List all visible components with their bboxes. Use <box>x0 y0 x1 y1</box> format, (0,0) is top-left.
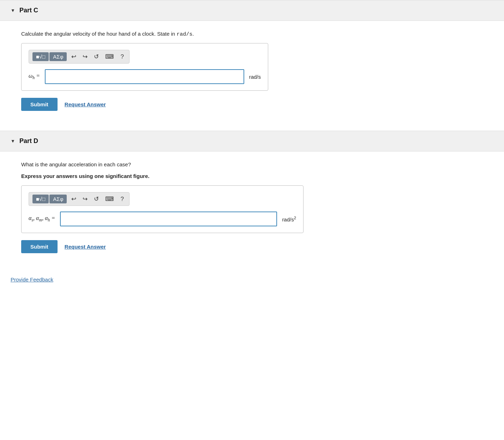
part-d-question: What is the angular acceleration in each… <box>21 161 483 167</box>
provide-feedback-btn[interactable]: Provide Feedback <box>11 277 53 283</box>
part-d-math-input-box: ■√□ ΑΣφ ↩ ↪ ↺ ⌨ ? αs, αm, αh = rad/s2 <box>21 185 304 233</box>
part-d-undo-btn[interactable]: ↩ <box>70 195 78 203</box>
part-c-question: Calculate the angular velocity of the ho… <box>21 31 483 37</box>
part-c-redo-btn[interactable]: ↪ <box>81 52 89 61</box>
part-d-submit-btn[interactable]: Submit <box>21 240 58 253</box>
part-d-title: Part D <box>19 137 38 145</box>
part-d-math-mode-btn[interactable]: ■√□ <box>32 195 49 203</box>
part-d-action-row: Submit Request Answer <box>21 240 483 253</box>
part-d-keyboard-btn[interactable]: ⌨ <box>103 195 116 203</box>
part-d-request-answer-btn[interactable]: Request Answer <box>65 244 106 250</box>
part-c-help-btn[interactable]: ? <box>119 53 125 61</box>
part-c-symbol-btn[interactable]: ΑΣφ <box>49 52 67 61</box>
part-c-math-mode-btn[interactable]: ■√□ <box>32 52 49 61</box>
page-container: ▼ Part C Calculate the angular velocity … <box>0 0 504 297</box>
part-d-symbol-btn[interactable]: ΑΣφ <box>49 195 67 203</box>
part-d-redo-btn[interactable]: ↪ <box>81 195 89 203</box>
part-d-bold-instruction: Express your answers using one significa… <box>21 173 483 179</box>
part-c-toolbar-btn-group: ■√□ ΑΣφ <box>32 52 67 61</box>
part-d-unit-label: rad/s2 <box>282 216 296 222</box>
part-d-toolbar: ■√□ ΑΣφ ↩ ↪ ↺ ⌨ ? <box>29 192 130 206</box>
part-c-header: ▼ Part C <box>0 0 504 21</box>
part-c-math-input-box: ■√□ ΑΣφ ↩ ↪ ↺ ⌨ ? ωh = rad/s <box>21 43 268 91</box>
part-c-answer-input[interactable] <box>45 69 244 84</box>
part-d-answer-input[interactable] <box>60 212 277 226</box>
part-c-undo-btn[interactable]: ↩ <box>70 52 78 61</box>
part-c-content: Calculate the angular velocity of the ho… <box>0 21 504 124</box>
part-c-collapse-arrow[interactable]: ▼ <box>11 8 15 13</box>
part-c-submit-btn[interactable]: Submit <box>21 98 58 111</box>
part-c-input-label: ωh = <box>29 73 40 81</box>
part-d-header: ▼ Part D <box>0 131 504 151</box>
part-c-action-row: Submit Request Answer <box>21 98 483 111</box>
part-c-refresh-btn[interactable]: ↺ <box>92 52 101 61</box>
part-d-help-btn[interactable]: ? <box>119 195 125 203</box>
feedback-section: Provide Feedback <box>0 266 504 297</box>
part-d-input-row: αs, αm, αh = rad/s2 <box>29 212 296 226</box>
part-separator <box>0 124 504 131</box>
part-d-section: ▼ Part D What is the angular acceleratio… <box>0 131 504 266</box>
part-c-unit-label: rad/s <box>249 74 261 80</box>
part-d-collapse-arrow[interactable]: ▼ <box>11 138 15 144</box>
part-c-request-answer-btn[interactable]: Request Answer <box>65 101 106 107</box>
part-c-keyboard-btn[interactable]: ⌨ <box>103 52 116 61</box>
part-c-input-row: ωh = rad/s <box>29 69 261 84</box>
part-c-toolbar: ■√□ ΑΣφ ↩ ↪ ↺ ⌨ ? <box>29 50 130 64</box>
part-d-refresh-btn[interactable]: ↺ <box>92 195 101 203</box>
part-c-title: Part C <box>19 7 38 14</box>
part-d-toolbar-btn-group: ■√□ ΑΣφ <box>32 195 67 203</box>
part-d-input-label: αs, αm, αh = <box>29 215 55 223</box>
part-c-section: ▼ Part C Calculate the angular velocity … <box>0 0 504 124</box>
part-d-content: What is the angular acceleration in each… <box>0 151 504 266</box>
